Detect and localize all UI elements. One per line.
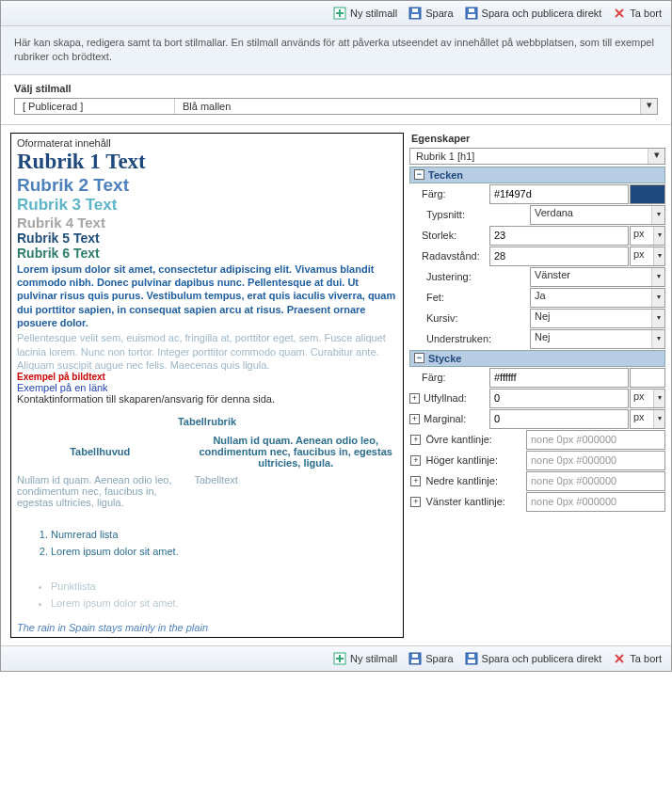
heading-4: Rubrik 4 Text: [17, 215, 397, 231]
publish-button[interactable]: Spara och publicera direkt: [465, 652, 602, 665]
chevron-down-icon: ▾: [653, 227, 664, 245]
unit-select[interactable]: px▾: [630, 409, 665, 429]
element-select[interactable]: Rubrik 1 [h1] ▾: [409, 148, 665, 165]
table-row-body: Nullam id quam. Aenean odio leo, condime…: [17, 474, 397, 508]
prop-label: Storlek:: [418, 226, 489, 246]
table-text: Tabelltext: [194, 474, 397, 508]
svg-rect-6: [469, 8, 474, 12]
heading-1: Rubrik 1 Text: [17, 149, 397, 175]
prop-lineheight: Radavstånd: px▾: [409, 246, 665, 266]
plus-icon: [333, 652, 346, 665]
selector-status: [ Publicerad ]: [15, 99, 175, 114]
margin-input[interactable]: [489, 409, 629, 429]
heading-3: Rubrik 3 Text: [17, 196, 397, 215]
selector-label: Välj stilmall: [14, 83, 658, 94]
lineheight-input[interactable]: [489, 246, 629, 266]
collapse-icon[interactable]: −: [414, 353, 424, 363]
prop-label: Övre kantlinje:: [423, 430, 526, 450]
unformatted-text: Oformaterat innehåll: [17, 137, 397, 149]
save-label: Spara: [425, 8, 453, 19]
new-stylesheet-button[interactable]: Ny stilmall: [333, 7, 397, 20]
disk-icon: [408, 7, 422, 20]
prop-label: Utfyllnad:: [420, 389, 489, 408]
prop-border-bottom: + Nedre kantlinje:: [409, 471, 665, 491]
prop-bgcolor: Färg:: [409, 368, 665, 388]
expand-icon[interactable]: +: [409, 414, 420, 424]
main-area: Oformaterat innehåll Rubrik 1 Text Rubri…: [1, 125, 671, 645]
expand-icon[interactable]: +: [410, 497, 421, 507]
table-header: Tabellrubrik: [17, 416, 397, 427]
delete-label: Ta bort: [630, 8, 662, 19]
disk-icon: [408, 652, 422, 665]
group-stycke[interactable]: − Stycke: [409, 350, 665, 367]
bgcolor-input[interactable]: [489, 368, 629, 388]
selector-value: Blå mallen: [175, 99, 640, 114]
group-tecken[interactable]: − Tecken: [409, 167, 665, 183]
toolbar-bottom: Ny stilmall Spara Spara och publicera di…: [1, 645, 671, 671]
muted-text: Pellentesque velit sem, euismod ac, frin…: [17, 331, 397, 372]
prop-label: Typsnitt:: [423, 205, 530, 225]
unit-select[interactable]: px▾: [630, 246, 665, 266]
contact-text: Kontaktinformation till skaparen/ansvari…: [17, 393, 397, 405]
svg-rect-10: [412, 654, 418, 658]
properties-pane: Egenskaper Rubrik 1 [h1] ▾ − Tecken Färg…: [409, 133, 665, 638]
color-swatch[interactable]: [630, 368, 665, 388]
prop-label: Fet:: [423, 288, 530, 308]
table-cell-a: Nullam id quam. Aenean odio leo, condime…: [194, 435, 397, 469]
delete-button[interactable]: Ta bort: [613, 652, 662, 665]
expand-icon[interactable]: +: [410, 476, 421, 486]
color-swatch[interactable]: [630, 184, 665, 204]
border-top-input[interactable]: [526, 430, 665, 450]
bold-select[interactable]: Ja▾: [530, 288, 665, 308]
new-stylesheet-button[interactable]: Ny stilmall: [333, 652, 397, 665]
prop-color: Färg:: [409, 184, 665, 204]
save-button[interactable]: Spara: [408, 7, 453, 20]
prop-underline: Understruken: Nej▾: [409, 329, 665, 349]
save-label: Spara: [425, 653, 453, 664]
align-select[interactable]: Vänster▾: [530, 267, 665, 287]
chevron-down-icon: ▾: [653, 247, 664, 265]
element-value: Rubrik 1 [h1]: [410, 149, 648, 164]
chevron-down-icon: ▾: [651, 330, 664, 348]
underline-select[interactable]: Nej▾: [530, 329, 665, 349]
font-select[interactable]: Verdana▾: [530, 205, 665, 225]
list-item: Numrerad lista: [51, 527, 397, 544]
prop-label: Färg:: [418, 184, 489, 204]
italic-select[interactable]: Nej▾: [530, 309, 665, 328]
heading-5: Rubrik 5 Text: [17, 231, 397, 246]
expand-icon[interactable]: +: [410, 455, 421, 466]
border-left-input[interactable]: [526, 492, 665, 512]
prop-label: Vänster kantlinje:: [423, 492, 526, 512]
prop-label: Färg:: [418, 368, 489, 388]
prop-align: Justering: Vänster▾: [409, 267, 665, 287]
expand-icon[interactable]: +: [409, 393, 420, 404]
description-text: Här kan skapa, redigera samt ta bort sti…: [1, 26, 671, 75]
svg-rect-3: [412, 8, 418, 12]
border-bottom-input[interactable]: [526, 471, 665, 491]
prop-label: Understruken:: [423, 329, 530, 349]
plus-icon: [333, 7, 346, 20]
stylesheet-selector-section: Välj stilmall [ Publicerad ] Blå mallen …: [1, 75, 671, 125]
chevron-down-icon: ▾: [651, 289, 664, 307]
list-item: Lorem ipsum dolor sit amet.: [51, 544, 397, 561]
padding-input[interactable]: [489, 389, 629, 408]
border-right-input[interactable]: [526, 451, 665, 470]
table-head-cell: Tabellhuvud: [17, 446, 183, 457]
stylesheet-select[interactable]: [ Publicerad ] Blå mallen ▾: [14, 98, 658, 115]
ordered-list: Numrerad lista Lorem ipsum dolor sit ame…: [51, 527, 397, 560]
color-input[interactable]: [489, 184, 629, 204]
group-label: Tecken: [428, 169, 463, 181]
prop-label: Marginal:: [420, 409, 489, 429]
delete-label: Ta bort: [630, 653, 662, 664]
delete-button[interactable]: Ta bort: [613, 7, 662, 20]
save-button[interactable]: Spara: [408, 652, 453, 665]
unit-select[interactable]: px▾: [630, 389, 665, 408]
size-input[interactable]: [489, 226, 629, 246]
prop-padding: + Utfyllnad: px▾: [409, 389, 665, 408]
expand-icon[interactable]: +: [410, 435, 421, 445]
chevron-down-icon: ▾: [653, 410, 664, 428]
collapse-icon[interactable]: −: [414, 169, 424, 180]
unit-select[interactable]: px▾: [630, 226, 665, 246]
publish-button[interactable]: Spara och publicera direkt: [465, 7, 602, 20]
new-label: Ny stilmall: [350, 653, 397, 664]
